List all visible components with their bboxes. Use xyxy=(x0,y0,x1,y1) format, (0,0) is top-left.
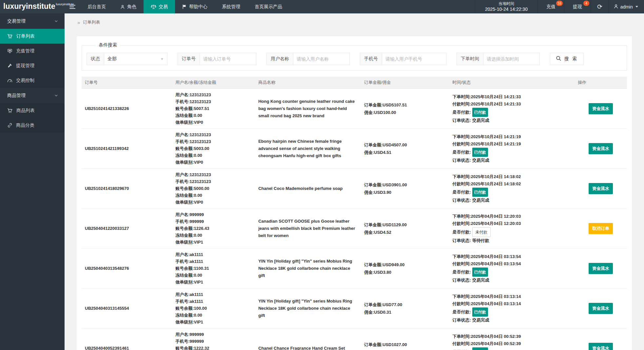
pay-status-badge: 已付款 xyxy=(472,347,488,350)
order-status-value: 交易完成 xyxy=(472,317,489,324)
menu-toggle-button[interactable] xyxy=(65,0,80,13)
commission-amount: 佣金:USD3.80 xyxy=(364,268,446,276)
phone-group: 手机号 xyxy=(360,53,446,65)
user-info-line: 用户名:999999 xyxy=(175,211,252,218)
time-line: 付款时间:2025年04月04日 03:13:14 xyxy=(453,300,572,307)
navbar-right: 当地时间 2025-10-24 14:22:30 充值 16 提现 4 ⟳ ad… xyxy=(475,0,644,13)
pay-status-label: 是否付款: xyxy=(453,268,471,276)
breadcrumb-label: 订单列表 xyxy=(83,19,100,25)
sidebar-item-label: 订单列表 xyxy=(16,33,35,39)
search-button[interactable]: 搜 索 xyxy=(550,53,584,65)
user-icon xyxy=(614,4,618,10)
user-name: admin xyxy=(620,4,633,9)
nav-item-link[interactable]: 角色 xyxy=(113,0,144,13)
fund-flow-button[interactable]: 资金流水 xyxy=(589,343,613,350)
sidebar-item[interactable]: 订单列表 xyxy=(0,29,65,44)
product-cell: Chanel Chance Fragrance Hand Cream Set xyxy=(255,328,361,350)
fund-flow-button[interactable]: 资金流水 xyxy=(589,263,613,274)
action-cell: 资金流水 xyxy=(575,129,627,169)
time-line: 付款时间:2025年04月04日 03:13:54 xyxy=(453,260,572,267)
withdraw-link[interactable]: 提现 4 xyxy=(564,0,591,13)
commission-amount: 佣金:USD3.90 xyxy=(364,189,446,196)
sidebar-item-label: 交易控制 xyxy=(16,78,34,83)
withdraw-label: 提现 xyxy=(573,4,582,10)
nav-item-link[interactable]: 帮助中心 xyxy=(175,0,215,13)
nav-item-link[interactable]: 后台首页 xyxy=(80,0,113,13)
nav-item-link[interactable]: 首页展示产品 xyxy=(247,0,289,13)
sidebar-item[interactable]: 交易控制 xyxy=(0,73,65,88)
sidebar-section-items: 订单列表充值管理提现管理交易控制 xyxy=(0,29,65,88)
username-input[interactable] xyxy=(293,53,350,65)
pay-status-label: 是否付款: xyxy=(453,149,471,156)
local-time-value: 2025-10-24 14:22:30 xyxy=(485,6,528,12)
user-info-cell: 用户名:ak1111手机号:ak1111账号余额:100.00冻结金额:0.00… xyxy=(172,288,255,328)
time-line: 下单时间:2025年10月24日 14:21:33 xyxy=(453,93,572,101)
column-header: 操作 xyxy=(575,77,627,89)
cancel-order-button[interactable]: 取消订单 xyxy=(589,223,613,234)
board-icon xyxy=(7,48,12,53)
user-info-line: 做单级别:VIP0 xyxy=(175,199,252,206)
order-time-input[interactable] xyxy=(483,53,540,65)
column-header: 用户名/余额/冻结金额 xyxy=(172,77,255,89)
time-status-cell: 下单时间:2025年04月04日 03:13:14付款时间:2025年04月04… xyxy=(449,288,575,328)
user-info-line: 做单级别:VIP0 xyxy=(175,159,252,166)
top-navbar: luxuryinstitute luxuryinstitute 后台首页角色交易… xyxy=(0,0,644,13)
time-status-cell: 下单时间:2025年04月04日 12:20:03付款时间:2025年04月04… xyxy=(449,209,575,249)
user-menu[interactable]: admin xyxy=(609,0,644,13)
table-row: UB2504040052391461用户名:999999手机号:999999账号… xyxy=(82,328,627,350)
local-time-label: 当地时间 xyxy=(498,1,514,6)
select-caret-icon: ▼ xyxy=(160,57,164,61)
fund-flow-button[interactable]: 资金流水 xyxy=(589,303,613,314)
time-line: 下单时间:2025年10月24日 14:18:02 xyxy=(453,173,572,180)
product-name: Chanel Chance Fragrance Hand Cream Set xyxy=(258,345,358,350)
time-line: 下单时间:2025年04月04日 03:13:14 xyxy=(453,293,572,300)
search-button-label: 搜 索 xyxy=(564,56,578,62)
breadcrumb: » 订单列表 xyxy=(65,13,644,25)
sidebar-section-label: 商品管理 xyxy=(7,93,26,99)
time-status-cell: 下单时间:2025年10月24日 14:21:19付款时间:2025年10月24… xyxy=(449,129,575,169)
product-name: YIN Yin [Holiday gift] "Yin" series Mobi… xyxy=(258,258,358,279)
fund-flow-button[interactable]: 资金流水 xyxy=(589,183,613,194)
product-cell: Ebony hairpin new Chinese female fringe … xyxy=(255,129,361,169)
user-info-line: 冻结金额:0.00 xyxy=(175,192,252,199)
nav-item-active[interactable]: 交易 xyxy=(144,0,175,13)
pay-status-badge: 未付款 xyxy=(472,227,491,237)
status-select[interactable]: 全部 ▼ xyxy=(104,53,167,65)
sidebar-item[interactable]: 商品列表 xyxy=(0,103,65,118)
sidebar-section-header[interactable]: 交易管理 xyxy=(0,13,65,29)
product-cell: YIN Yin [Holiday gift] "Yin" series Mobi… xyxy=(255,249,361,288)
refresh-button[interactable]: ⟳ xyxy=(591,0,609,13)
sidebar-section-header[interactable]: 商品管理 xyxy=(0,88,65,103)
order-status-line: 订单状态: 等待付款 xyxy=(453,237,572,244)
order-status-label: 订单状态: xyxy=(453,157,471,164)
sidebar-item-label: 商品分类 xyxy=(16,122,34,128)
logo: luxuryinstitute luxuryinstitute xyxy=(0,0,65,13)
store-icon xyxy=(7,108,13,113)
person-icon xyxy=(120,5,125,9)
nav-item-label: 帮助中心 xyxy=(189,4,207,10)
sidebar-item[interactable]: 充值管理 xyxy=(0,44,65,58)
status-selected-value: 全部 xyxy=(107,56,117,62)
nav-item-link[interactable]: 系统管理 xyxy=(215,0,247,13)
fund-flow-button[interactable]: 资金流水 xyxy=(589,103,613,114)
phone-input[interactable] xyxy=(382,53,446,65)
user-info-line: 手机号:ak1111 xyxy=(175,258,252,265)
user-info-line: 冻结金额:0.00 xyxy=(175,312,252,319)
order-no-cell: UB2504040313145554 xyxy=(82,288,172,328)
withdraw-count-badge: 4 xyxy=(583,1,589,6)
sidebar-item[interactable]: 提现管理 xyxy=(0,58,65,73)
recharge-link[interactable]: 充值 16 xyxy=(538,0,564,13)
action-cell: 资金流水 xyxy=(575,169,627,209)
order-no-input[interactable] xyxy=(200,53,256,65)
amount-cell: 订单金额:USD5107.51佣金:USD100.00 xyxy=(361,89,449,129)
scales-icon xyxy=(151,4,156,9)
column-header: 时间/状态 xyxy=(449,77,575,89)
order-no-cell: UB2510241421338226 xyxy=(82,89,172,129)
amount-cell: 订单金额:USD3901.00佣金:USD3.90 xyxy=(361,169,449,209)
time-line: 付款时间:2025年10月24日 14:21:33 xyxy=(453,101,572,108)
sidebar-item[interactable]: 商品分类 xyxy=(0,118,65,133)
pay-status-label: 是否付款: xyxy=(453,308,471,316)
order-status-label: 订单状态: xyxy=(453,197,471,204)
table-header-row: 订单号用户名/余额/冻结金额商品名称订单金额/佣金时间/状态操作 xyxy=(82,77,627,89)
fund-flow-button[interactable]: 资金流水 xyxy=(589,143,613,154)
